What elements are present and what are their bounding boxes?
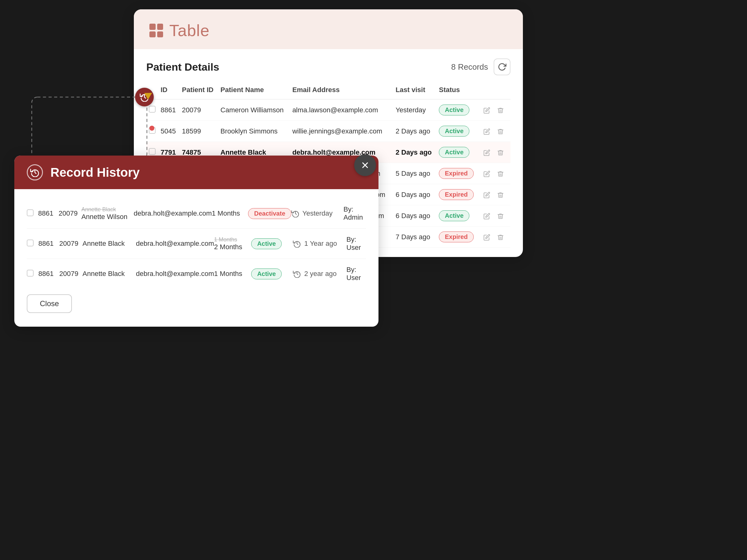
refresh-button[interactable] xyxy=(494,58,511,75)
history-id: 8861 xyxy=(38,209,59,217)
history-by: By: User xyxy=(346,236,366,252)
row-actions xyxy=(479,163,511,184)
status-badge-deactivate: Deactivate xyxy=(248,208,291,219)
history-time: Yesterday xyxy=(291,209,344,217)
delete-button[interactable] xyxy=(495,147,507,158)
col-patient-id: Patient ID xyxy=(179,83,218,99)
history-card: Record History 8861 20079 Annette Black … xyxy=(14,156,379,327)
connector-line xyxy=(31,97,156,165)
row-patient-name: Cameron Williamson xyxy=(218,99,290,121)
history-patient-id: 20079 xyxy=(59,240,82,248)
history-by: By: User xyxy=(346,266,366,282)
row-status: Expired xyxy=(436,226,478,248)
history-time-label: 1 Year ago xyxy=(304,240,337,248)
history-checkbox[interactable] xyxy=(27,209,34,216)
delete-button[interactable] xyxy=(495,211,507,221)
history-email: debra.holt@example.com xyxy=(134,209,212,217)
history-trigger-icon[interactable] xyxy=(135,88,154,106)
status-badge-active: Active xyxy=(251,238,282,249)
history-name: Annette Black xyxy=(82,240,136,248)
row-actions xyxy=(479,99,511,121)
row-patient-id: 18599 xyxy=(179,121,218,142)
history-row: 8861 20079 Annette Black debra.holt@exam… xyxy=(27,229,366,259)
history-time: 2 year ago xyxy=(293,270,346,278)
row-patient-id: 20079 xyxy=(179,99,218,121)
name-new: Annette Wilson xyxy=(81,213,133,221)
row-actions xyxy=(479,205,511,226)
row-status: Expired xyxy=(436,163,478,184)
months-stack: 1 Months 2 Months xyxy=(214,236,251,251)
delete-button[interactable] xyxy=(495,232,507,242)
months-value: 1 Months xyxy=(212,209,240,217)
row-last-visit: 5 Days ago xyxy=(393,163,436,184)
history-status: Active xyxy=(251,268,293,279)
history-row: 8861 20079 Annette Black Annette Wilson … xyxy=(27,198,366,229)
svg-point-1 xyxy=(149,126,154,131)
row-status: Active xyxy=(436,99,478,121)
row-email: alma.lawson@example.com xyxy=(290,99,393,121)
table-row: 8861 20079 Cameron Williamson alma.lawso… xyxy=(146,99,511,121)
close-circle-button[interactable] xyxy=(354,154,376,176)
status-badge: Expired xyxy=(439,232,473,242)
history-title: Record History xyxy=(50,165,140,180)
row-last-visit: 2 Days ago xyxy=(393,121,436,142)
col-email: Email Address xyxy=(290,83,393,99)
history-patient-id: 20079 xyxy=(59,270,82,278)
row-email: willie.jennings@example.com xyxy=(290,121,393,142)
history-months: 1 Months xyxy=(212,209,248,217)
months-old: 1 Months xyxy=(214,236,251,243)
history-name: Annette Black Annette Wilson xyxy=(81,206,133,221)
status-badge: Active xyxy=(439,210,469,221)
records-count-label: 8 Records xyxy=(451,62,488,72)
history-months: 1 Months xyxy=(214,270,251,278)
history-by: By: Admin xyxy=(344,205,366,221)
history-row: 8861 20079 Annette Black debra.holt@exam… xyxy=(27,259,366,289)
row-actions xyxy=(479,226,511,248)
table-icon xyxy=(149,24,163,37)
history-checkbox-cell[interactable] xyxy=(27,240,38,248)
edit-button[interactable] xyxy=(481,189,493,200)
edit-button[interactable] xyxy=(481,168,493,179)
history-email: debra.holt@example.com xyxy=(136,270,214,278)
row-actions xyxy=(479,142,511,163)
delete-button[interactable] xyxy=(495,105,507,115)
row-id: 8861 xyxy=(158,99,179,121)
row-last-visit: 2 Days ago xyxy=(393,142,436,163)
status-badge-active: Active xyxy=(251,268,282,279)
section-title: Patient Details xyxy=(146,61,219,73)
history-patient-id: 20079 xyxy=(58,209,81,217)
edit-button[interactable] xyxy=(481,147,493,158)
history-checkbox[interactable] xyxy=(27,270,34,276)
svg-rect-0 xyxy=(32,97,147,159)
edit-button[interactable] xyxy=(481,232,493,242)
row-status: Active xyxy=(436,121,478,142)
name-new: Annette Black xyxy=(82,270,125,277)
history-status: Deactivate xyxy=(248,208,291,219)
row-status: Active xyxy=(436,205,478,226)
status-badge: Expired xyxy=(439,189,473,200)
delete-button[interactable] xyxy=(495,168,507,179)
history-id: 8861 xyxy=(38,270,59,278)
status-badge: Expired xyxy=(439,168,473,179)
history-time: 1 Year ago xyxy=(293,240,346,248)
close-button[interactable]: Close xyxy=(27,294,72,313)
edit-button[interactable] xyxy=(481,211,493,221)
row-last-visit: Yesterday xyxy=(393,99,436,121)
edit-button[interactable] xyxy=(481,105,493,115)
history-checkbox[interactable] xyxy=(27,240,34,246)
col-last-visit: Last visit xyxy=(393,83,436,99)
delete-button[interactable] xyxy=(495,189,507,200)
row-actions xyxy=(479,121,511,142)
history-checkbox-cell[interactable] xyxy=(27,209,38,217)
history-checkbox-cell[interactable] xyxy=(27,270,38,278)
delete-button[interactable] xyxy=(495,126,507,137)
table-title: Table xyxy=(169,21,209,40)
months-new: 2 Months xyxy=(214,243,251,251)
row-last-visit: 7 Days ago xyxy=(393,226,436,248)
history-body: 8861 20079 Annette Black Annette Wilson … xyxy=(14,189,379,327)
name-old: Annette Black xyxy=(81,206,133,213)
history-name: Annette Black xyxy=(82,270,136,278)
row-actions xyxy=(479,184,511,205)
edit-button[interactable] xyxy=(481,126,493,137)
history-header: Record History xyxy=(14,156,379,189)
